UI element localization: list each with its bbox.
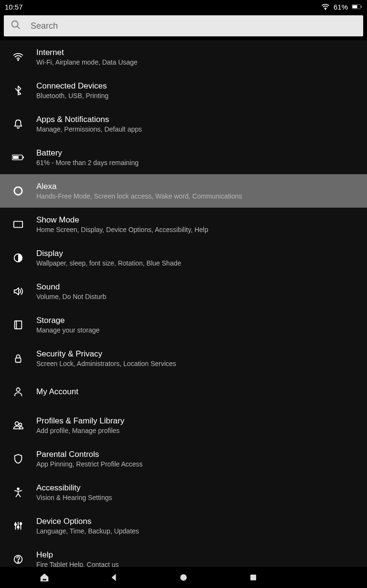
svg-point-28 <box>43 579 44 581</box>
settings-item-show-mode[interactable]: Show ModeHome Screen, Display, Device Op… <box>0 208 367 241</box>
item-title: Accessibility <box>36 483 112 493</box>
bluetooth-icon <box>10 85 27 96</box>
status-bar: 10:57 61% <box>0 0 367 13</box>
item-subtitle: Hands-Free Mode, Screen lock access, Wak… <box>36 192 242 200</box>
svg-rect-2 <box>361 6 362 8</box>
nav-bar <box>0 567 367 588</box>
shield-icon <box>10 454 27 464</box>
monitor-icon <box>10 219 27 230</box>
item-subtitle: Fire Tablet Help, Contact us <box>36 561 119 567</box>
item-subtitle: Manage your storage <box>36 326 99 334</box>
clock: 10:57 <box>5 3 23 11</box>
help-icon <box>10 554 27 565</box>
search-icon <box>11 20 21 32</box>
item-text: Show ModeHome Screen, Display, Device Op… <box>36 215 208 233</box>
svg-line-5 <box>17 26 20 29</box>
person-icon <box>10 387 27 397</box>
wifi-status-icon <box>321 3 330 10</box>
nav-home-button[interactable] <box>30 572 59 583</box>
settings-item-battery[interactable]: Battery61% - More than 2 days remaining <box>0 141 367 174</box>
item-subtitle: Home Screen, Display, Device Options, Ac… <box>36 226 208 233</box>
people-icon <box>10 420 27 431</box>
item-text: Parental ControlsApp Pinning, Restrict P… <box>36 450 143 468</box>
settings-item-sound[interactable]: SoundVolume, Do Not Disturb <box>0 275 367 308</box>
settings-item-parental-controls[interactable]: Parental ControlsApp Pinning, Restrict P… <box>0 442 367 476</box>
settings-list[interactable]: InternetWi-Fi, Airplane mode, Data Usage… <box>0 40 367 567</box>
item-subtitle: 61% - More than 2 days remaining <box>36 159 139 166</box>
item-title: Internet <box>36 48 138 57</box>
item-subtitle: Language, Time, Backup, Updates <box>36 527 139 535</box>
contrast-icon <box>10 253 27 263</box>
settings-item-alexa[interactable]: AlexaHands-Free Mode, Screen lock access… <box>0 174 367 208</box>
nav-home-circle-button[interactable] <box>169 573 198 582</box>
status-right: 61% <box>321 3 362 11</box>
settings-item-device-options[interactable]: Device OptionsLanguage, Time, Backup, Up… <box>0 509 367 543</box>
settings-item-help[interactable]: HelpFire Tablet Help, Contact us <box>0 543 367 567</box>
wifi-icon <box>10 52 27 62</box>
item-title: My Account <box>36 387 78 397</box>
item-title: Show Mode <box>36 215 208 225</box>
settings-item-display[interactable]: DisplayWallpaper, sleep, font size, Rota… <box>0 241 367 275</box>
item-text: StorageManage your storage <box>36 316 99 334</box>
svg-rect-9 <box>13 156 19 159</box>
svg-point-6 <box>18 60 19 61</box>
nav-back-button[interactable] <box>99 573 128 582</box>
svg-point-23 <box>17 526 19 528</box>
item-title: Profiles & Family Library <box>36 416 124 426</box>
item-title: Security & Privacy <box>36 349 176 359</box>
storage-icon <box>10 320 27 330</box>
settings-item-accessibility[interactable]: AccessibilityVision & Hearing Settings <box>0 476 367 509</box>
svg-point-19 <box>17 488 19 490</box>
item-subtitle: Manage, Permissions, Default apps <box>36 125 142 133</box>
item-subtitle: Wallpaper, sleep, font size, Rotation, B… <box>36 259 181 267</box>
svg-point-27 <box>18 562 18 562</box>
item-text: Device OptionsLanguage, Time, Backup, Up… <box>36 517 139 535</box>
item-title: Sound <box>36 282 106 292</box>
item-title: Device Options <box>36 517 139 526</box>
svg-point-29 <box>44 579 46 581</box>
item-subtitle: Bluetooth, USB, Printing <box>36 92 108 100</box>
item-text: AccessibilityVision & Hearing Settings <box>36 483 112 501</box>
svg-point-17 <box>15 422 19 425</box>
search-input[interactable] <box>31 21 356 31</box>
item-title: Connected Devices <box>36 81 108 91</box>
settings-item-connected-devices[interactable]: Connected DevicesBluetooth, USB, Printin… <box>0 74 367 107</box>
battery-icon <box>10 154 27 161</box>
svg-point-30 <box>180 574 187 581</box>
item-title: Parental Controls <box>36 450 143 459</box>
settings-item-profiles-family-library[interactable]: Profiles & Family LibraryAdd profile, Ma… <box>0 409 367 442</box>
item-text: Apps & NotificationsManage, Permissions,… <box>36 115 142 133</box>
svg-rect-11 <box>14 222 22 228</box>
svg-rect-31 <box>250 575 256 580</box>
item-subtitle: Add profile, Manage profiles <box>36 427 124 434</box>
item-text: Battery61% - More than 2 days remaining <box>36 148 139 166</box>
settings-item-security-privacy[interactable]: Security & PrivacyScreen Lock, Administr… <box>0 342 367 375</box>
svg-rect-8 <box>23 156 24 158</box>
settings-item-my-account[interactable]: My Account <box>0 375 367 409</box>
item-title: Alexa <box>36 182 242 191</box>
lock-icon <box>10 353 27 364</box>
svg-point-4 <box>12 21 18 27</box>
settings-item-apps-notifications[interactable]: Apps & NotificationsManage, Permissions,… <box>0 107 367 141</box>
search-bar[interactable] <box>4 15 363 36</box>
item-text: HelpFire Tablet Help, Contact us <box>36 550 119 567</box>
item-subtitle: Screen Lock, Administrators, Location Se… <box>36 360 176 367</box>
svg-point-16 <box>16 388 20 391</box>
svg-rect-13 <box>15 321 22 329</box>
svg-rect-15 <box>16 358 21 362</box>
item-text: AlexaHands-Free Mode, Screen lock access… <box>36 182 242 200</box>
svg-point-18 <box>19 423 22 426</box>
settings-item-internet[interactable]: InternetWi-Fi, Airplane mode, Data Usage <box>0 40 367 74</box>
sliders-icon <box>10 521 27 531</box>
nav-recent-button[interactable] <box>239 574 268 581</box>
settings-item-storage[interactable]: StorageManage your storage <box>0 308 367 342</box>
item-text: DisplayWallpaper, sleep, font size, Rota… <box>36 249 181 267</box>
speaker-icon <box>10 286 27 297</box>
item-title: Display <box>36 249 181 258</box>
svg-point-0 <box>325 9 326 10</box>
item-title: Apps & Notifications <box>36 115 142 124</box>
item-title: Storage <box>36 316 99 325</box>
alexa-icon <box>10 186 27 196</box>
item-text: Profiles & Family LibraryAdd profile, Ma… <box>36 416 124 434</box>
battery-pct: 61% <box>334 3 348 11</box>
